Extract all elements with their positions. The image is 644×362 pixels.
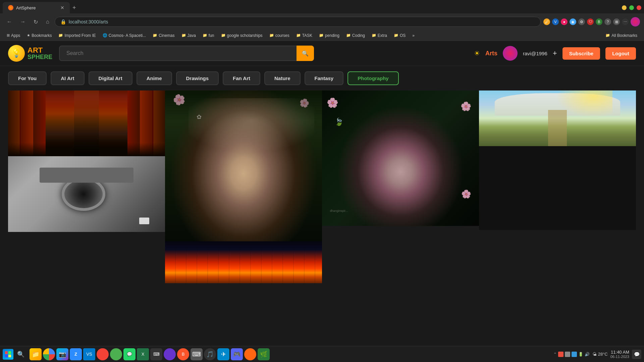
tray-icon-1[interactable]: ⌃	[553, 352, 557, 357]
extension-icon-9[interactable]: ⊞	[613, 18, 620, 25]
minimize-button[interactable]	[622, 5, 627, 10]
app-container: 💡 ART SPHERE 🔍 ☀ Arts ravi@1996 + Subscr…	[0, 41, 644, 283]
image-portrait-flowers[interactable]: 🌸 🌸 ✿	[165, 90, 322, 241]
extension-icon-4[interactable]: ◉	[570, 18, 576, 25]
theme-toggle-button[interactable]: ☀	[474, 49, 480, 57]
extension-icon-6[interactable]: 🛡	[587, 18, 594, 25]
extension-icon-1[interactable]: 🖊	[543, 18, 550, 25]
extension-icon-3[interactable]: ●	[561, 18, 568, 25]
extension-icon-2[interactable]: V	[552, 18, 559, 25]
extension-icon-8[interactable]: ?	[604, 18, 611, 25]
logo: 💡 ART SPHERE	[8, 45, 52, 62]
start-button[interactable]	[3, 349, 13, 360]
svg-rect-2	[5, 355, 8, 357]
taskbar-zoom-app[interactable]: Z	[70, 348, 82, 360]
bookmark-fun[interactable]: 📁 fun	[200, 33, 217, 39]
tray-icon-3[interactable]	[565, 352, 570, 357]
svg-rect-0	[5, 351, 8, 354]
image-col4-bottom[interactable]	[479, 146, 636, 230]
taskbar-firefox-app[interactable]	[244, 348, 256, 360]
home-button[interactable]: ⌂	[43, 17, 52, 26]
bookmark-courses[interactable]: 📁 courses	[267, 33, 292, 39]
image-autumn-forest[interactable]	[8, 90, 165, 156]
logout-button[interactable]: Logout	[605, 47, 636, 60]
taskbar-terminal-app[interactable]: ⌨	[150, 348, 162, 360]
forward-button[interactable]: →	[17, 17, 28, 26]
active-tab[interactable]: ArtSphere ✕	[3, 2, 70, 13]
search-button[interactable]: 🔍	[297, 46, 314, 61]
volume-icon[interactable]: 🔊	[585, 352, 590, 357]
extension-icon-5[interactable]: ⚙	[578, 18, 585, 25]
refresh-button[interactable]: ↻	[31, 17, 41, 26]
battery-icon[interactable]: 🔋	[578, 352, 583, 357]
bookmark-imported-ie[interactable]: 📁 Imported From IE	[56, 33, 98, 39]
avatar	[503, 46, 518, 61]
tab-nature[interactable]: Nature	[264, 71, 301, 85]
bookmark-more[interactable]: »	[410, 33, 417, 39]
bookmark-apps-label: Apps	[11, 33, 20, 38]
taskbar-photos-app[interactable]: 📷	[56, 348, 68, 360]
bookmark-extra[interactable]: 📁 Extra	[369, 33, 390, 39]
bookmark-cosmos-label: Cosmos- A Spaceti...	[109, 33, 146, 38]
back-button[interactable]: ←	[4, 17, 15, 26]
tab-digital-art[interactable]: Digital Art	[89, 71, 132, 85]
bookmark-java[interactable]: 📁 Java	[179, 33, 199, 39]
notification-button[interactable]: 💬	[632, 350, 641, 359]
taskbar-purple-app[interactable]	[164, 348, 176, 360]
taskbar-telegram-app[interactable]: ✈	[217, 348, 229, 360]
bookmark-bookmarks[interactable]: ★ Bookmarks	[24, 33, 54, 39]
bookmark-apps[interactable]: ⊞ Apps	[4, 33, 23, 39]
image-asian-woman[interactable]: 🌸 🌸 🍃 🌸 dhanginspir...	[322, 90, 479, 226]
taskbar-discord-app[interactable]: 🎮	[231, 348, 243, 360]
bookmark-cinemas[interactable]: 📁 Cinemas	[150, 33, 177, 39]
tab-photography[interactable]: Photography	[347, 71, 399, 85]
taskbar-files-app[interactable]: 📁	[30, 348, 42, 360]
folder-icon-java: 📁	[181, 33, 186, 38]
bookmark-all[interactable]: 📁 All Bookmarks	[603, 33, 640, 39]
bookmark-coding[interactable]: 📁 Coding	[343, 33, 368, 39]
extension-icon-7[interactable]: B	[596, 18, 602, 25]
image-landscape[interactable]	[479, 90, 636, 146]
tray-icon-2[interactable]	[558, 352, 564, 357]
tab-ai-art[interactable]: AI Art	[51, 71, 84, 85]
tab-anime[interactable]: Anime	[137, 71, 172, 85]
taskbar-brave-app[interactable]: B	[177, 348, 189, 360]
subscribe-button[interactable]: Subscribe	[562, 47, 600, 60]
taskbar-app-8[interactable]: ⌨	[191, 348, 203, 360]
search-input[interactable]	[59, 46, 314, 61]
taskbar-vscode-app[interactable]: VS	[83, 348, 95, 360]
bookmark-cosmos[interactable]: 🌐 Cosmos- A Spaceti...	[100, 33, 149, 39]
taskbar-search-button[interactable]: 🔍	[15, 348, 27, 360]
taskbar-obs-app[interactable]: 🌿	[258, 348, 270, 360]
address-bar[interactable]: 🔒 localhost:3000/arts	[55, 17, 541, 27]
category-tabs: For You AI Art Digital Art Anime Drawing…	[0, 66, 644, 90]
bookmark-pending[interactable]: 📁 pending	[316, 33, 342, 39]
taskbar-red-app[interactable]	[97, 348, 109, 360]
tray-icon-4[interactable]	[572, 352, 577, 357]
tab-fan-art[interactable]: Fan Art	[223, 71, 260, 85]
bookmark-fun-label: fun	[209, 33, 214, 38]
bookmark-coding-label: Coding	[352, 33, 365, 38]
tab-drawings[interactable]: Drawings	[176, 71, 219, 85]
bookmark-bookmarks-label: Bookmarks	[32, 33, 52, 38]
image-sky[interactable]	[165, 241, 322, 283]
taskbar-chrome-app[interactable]	[43, 348, 55, 360]
add-button[interactable]: +	[553, 49, 557, 58]
taskbar-excel-app[interactable]: X	[137, 348, 149, 360]
app-header: 💡 ART SPHERE 🔍 ☀ Arts ravi@1996 + Subscr…	[0, 41, 644, 66]
bookmark-os[interactable]: 📁 OS	[391, 33, 408, 39]
tab-fantasy[interactable]: Fantasy	[305, 71, 344, 85]
browser-profile-icon[interactable]	[631, 17, 640, 26]
bookmark-task[interactable]: 📁 TASK	[293, 33, 315, 39]
close-window-button[interactable]	[637, 5, 641, 10]
taskbar-whatsapp-app[interactable]: 💬	[123, 348, 136, 360]
maximize-button[interactable]	[629, 5, 634, 10]
more-icon[interactable]: ⋯	[622, 18, 629, 25]
image-camera[interactable]	[8, 156, 165, 232]
tab-for-you[interactable]: For You	[8, 71, 47, 85]
taskbar-app-9[interactable]: 🎵	[204, 348, 216, 360]
taskbar-green-app[interactable]	[110, 348, 122, 360]
new-tab-button[interactable]: +	[70, 3, 79, 13]
tab-close-icon[interactable]: ✕	[60, 5, 64, 10]
bookmark-scholarships[interactable]: 📁 google scholarships	[218, 33, 265, 39]
